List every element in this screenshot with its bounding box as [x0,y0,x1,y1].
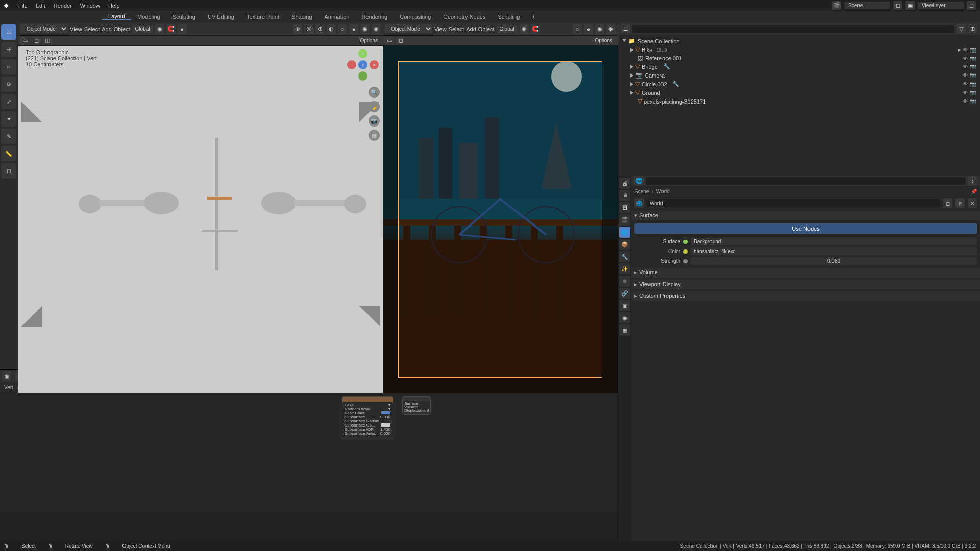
tab-particle-icon[interactable]: ✨ [619,263,630,274]
render-icon-circle[interactable]: 📷 [970,81,976,87]
tool-scale-icon[interactable]: ⤢ [1,94,16,109]
world-name-input[interactable] [647,199,940,207]
scene-selector[interactable]: Scene [844,2,890,9]
outliner-item-pexels[interactable]: ▽ pexels-piccinng-3125171 👁📷 [628,97,978,106]
camera-border[interactable] [398,61,602,378]
tab-data-icon[interactable]: ▣ [619,300,630,311]
panel-volume[interactable]: Volume [631,268,980,278]
render-icon-cam[interactable]: 📷 [970,72,976,78]
tab-constraint-icon[interactable]: 🔗 [619,288,630,299]
select-mode2-icon[interactable]: ◻ [32,36,41,45]
panel-surface[interactable]: Surface [631,211,980,220]
panel-viewport-display[interactable]: Viewport Display [631,280,980,289]
tool-move-icon[interactable]: ↔ [1,59,16,74]
gizmo-toggle-icon[interactable]: ⦿ [304,24,313,34]
tab-material-icon[interactable]: ◉ [619,312,630,323]
r-select-mode-icon[interactable]: ▭ [385,36,394,45]
menu-edit[interactable]: Edit [32,3,50,9]
outliner-item-bike[interactable]: ▽ Bike 15..9 ▸ 👁 📷 [628,45,978,54]
outliner-search[interactable] [632,25,954,33]
tab-render-icon[interactable]: 🖨 [619,178,630,189]
expand-bike-icon[interactable] [630,48,633,52]
outliner-item-bridge[interactable]: ▽ Bridge 🔧 👁📷 [628,62,978,71]
viewlayer-icon[interactable]: ▣ [905,1,915,10]
outliner-item-reference[interactable]: 🖼 Reference.001 👁📷 [628,54,978,62]
new-collection-icon[interactable]: ⊞ [968,24,977,33]
prop-edit-icon[interactable]: ● [178,24,187,34]
tab-shading[interactable]: Shading [285,14,318,20]
tab-add[interactable]: + [526,14,541,20]
shading-solid-icon[interactable]: ● [349,24,358,34]
render-icon-ground[interactable]: 📷 [970,90,976,95]
tab-texture-paint[interactable]: Texture Paint [240,14,285,20]
vp-menu-object[interactable]: Object [114,26,130,32]
render-icon-bridge[interactable]: 📷 [970,64,976,69]
tab-scripting[interactable]: Scripting [492,14,526,20]
eye-icon[interactable]: 👁 [963,47,968,53]
render-icon[interactable]: 📷 [970,47,976,53]
options-dropdown-left[interactable]: Options [357,37,381,44]
crumb-vert1[interactable]: Vert [4,385,13,390]
tool-measure-icon[interactable]: 📏 [1,146,16,161]
tab-sculpting[interactable]: Sculpting [166,14,202,20]
r-select-mode2-icon[interactable]: ◻ [396,36,405,45]
expand-ground-icon[interactable] [630,91,633,95]
outliner-type-icon[interactable]: ☰ [621,24,630,33]
shading-matprev-icon-r[interactable]: ◉ [595,24,604,34]
vp-menu-select-r[interactable]: Select [449,26,464,32]
menu-render[interactable]: Render [50,3,76,9]
expand-camera-icon[interactable] [630,73,633,78]
pin-icon[interactable]: 📌 [971,189,977,194]
vp-menu-add-r[interactable]: Add [466,26,476,32]
crumb-world[interactable]: World [656,189,670,194]
panel-custom-props[interactable]: Custom Properties [631,291,980,301]
outliner-item-circle[interactable]: ▽ Circle.002 🔧 👁📷 [628,80,978,88]
snap-icon-r[interactable]: 🧲 [531,24,540,34]
tab-compositing[interactable]: Compositing [394,14,437,20]
select-mode-icon[interactable]: ▭ [20,36,30,45]
eye-icon-ref[interactable]: 👁 [963,56,968,61]
socket-dot-surface[interactable] [683,240,688,244]
outliner-item-ground[interactable]: ▽ Ground 👁📷 [628,88,978,97]
tab-layout[interactable]: Layout [102,13,131,20]
expand-bridge-icon[interactable] [630,65,633,69]
tab-geometry-nodes[interactable]: Geometry Nodes [437,14,492,20]
shading-rendered-icon[interactable]: ◉ [372,24,381,34]
shading-wireframe-icon[interactable]: ○ [338,24,347,34]
shader-node-area[interactable]: GGX▾ Random Walk▾ Base Color Subsurface0… [0,393,618,512]
viewlayer-selector[interactable]: ViewLayer [918,2,964,9]
options-dropdown-right[interactable]: Options [592,37,616,44]
tab-output-icon[interactable]: 🖥 [619,190,630,201]
eye-icon-cam[interactable]: 👁 [963,72,968,78]
node-material-output[interactable]: Surface Volume Displacement [402,396,431,415]
world-new-icon[interactable]: ◻ [943,198,952,208]
outliner-root[interactable]: 📁 Scene Collection [620,37,978,45]
tool-rotate-icon[interactable]: ⟳ [1,77,16,92]
render-icon-ref[interactable]: 📷 [970,56,976,61]
vp-menu-add[interactable]: Add [102,26,112,32]
outliner-item-camera[interactable]: 📷 Camera 👁📷 [628,71,978,80]
tool-select-box-icon[interactable]: ▭ [1,24,16,40]
eye-icon-pexels[interactable]: 👁 [963,98,968,104]
tab-modifier-icon[interactable]: 🔧 [619,251,630,262]
node-principled-bsdf[interactable]: GGX▾ Random Walk▾ Base Color Subsurface0… [342,396,393,440]
prop-type-icon[interactable]: 🌐 [634,176,644,185]
pivot-icon-r[interactable]: ◉ [520,24,529,34]
tool-transform-icon[interactable]: ✦ [1,111,16,127]
new-viewlayer-icon[interactable]: ◻ [967,1,976,10]
viewport-right-canvas[interactable]: Camera Perspective (221) Scene Collectio… [383,46,618,393]
select-mode3-icon[interactable]: ◫ [43,36,52,45]
crumb-scene[interactable]: Scene [634,189,649,194]
vp-menu-view[interactable]: View [70,26,82,32]
mode-select-left[interactable]: Object Mode [20,24,68,33]
expand-circle-icon[interactable] [630,82,633,86]
mode-select-right[interactable]: Object Mode [385,24,432,33]
shading-rendered-icon-r[interactable]: ◉ [606,24,616,34]
tab-rendering[interactable]: Rendering [355,14,394,20]
eye-icon-bridge[interactable]: 👁 [963,64,968,69]
visibility-icon[interactable]: 👁 [293,24,302,34]
shading-matprev-icon[interactable]: ◉ [360,24,370,34]
tab-physics-icon[interactable]: ⚛ [619,276,630,287]
menu-file[interactable]: File [14,3,32,9]
props-options-icon[interactable]: ⋮ [968,176,977,185]
